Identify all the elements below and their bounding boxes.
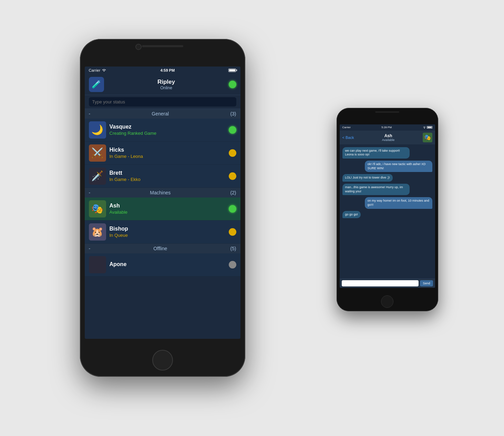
large-phone-screen: Carrier 4:59 PM 🧪 <box>85 67 240 339</box>
message-bubble-1: ok! i'll adc, i have new tactic with ash… <box>365 161 432 172</box>
chat-time: 5:28 PM <box>381 126 392 129</box>
online-indicator[interactable] <box>229 81 236 88</box>
brett-info: Brett In Game - Ekko <box>110 170 225 182</box>
battery-fill <box>229 69 235 71</box>
section-machines-count: (2) <box>230 190 236 195</box>
bishop-status: In Queue <box>110 233 225 238</box>
vasquez-avatar: 🌙 <box>89 121 106 139</box>
app-header: 🧪 Ripley Online <box>85 74 240 95</box>
chat-contact-avatar: 🎭 <box>423 133 432 142</box>
user-avatar-emoji: 🧪 <box>92 80 101 89</box>
ash-info: Ash Available <box>110 203 225 215</box>
carrier-label: Carrier <box>89 68 101 72</box>
chat-text-input[interactable] <box>342 280 419 286</box>
section-offline-header: - Offline (5) <box>85 244 240 253</box>
brett-name: Brett <box>110 170 225 176</box>
ash-avatar: 🎭 <box>89 200 106 217</box>
status-input[interactable] <box>89 97 236 107</box>
hicks-status: In Game - Leona <box>110 154 225 159</box>
hicks-status-dot <box>229 149 236 157</box>
wifi-icon <box>102 69 106 72</box>
friend-item-bishop[interactable]: 🐹 Bishop In Queue <box>85 221 240 244</box>
user-avatar: 🧪 <box>89 77 104 92</box>
friend-item-hicks[interactable]: ⚔️ Hicks In Game - Leona <box>85 142 240 165</box>
scene: Carrier 4:59 PM 🧪 <box>63 29 442 408</box>
message-row-0: we can play next game, i'll take support… <box>342 147 432 159</box>
message-row-5: go go go! <box>342 211 432 219</box>
message-row-3: man...this game is awesome! Hurry up, im… <box>342 184 432 195</box>
vasquez-name: Vasquez <box>110 124 225 130</box>
user-online-status: Online <box>107 85 225 90</box>
brett-status: In Game - Ekko <box>110 177 225 182</box>
chat-send-button[interactable]: Send <box>420 280 433 286</box>
hicks-avatar: ⚔️ <box>89 144 106 162</box>
small-phone-screen: Carrier 5:28 PM < Back Ash <box>340 124 435 288</box>
chat-header-info: Ash Available <box>356 133 420 142</box>
user-name: Ripley <box>107 79 225 85</box>
section-offline-count: (5) <box>230 246 236 251</box>
message-row-4: on my way home! im on foot, 10 minutes a… <box>342 197 432 209</box>
vasquez-status: Creating Ranked Game <box>110 131 225 136</box>
chat-input-bar: Send <box>340 278 435 288</box>
brett-status-dot <box>229 172 236 180</box>
ash-status-dot <box>229 205 236 213</box>
header-info: Ripley Online <box>107 79 225 90</box>
chat-contact-status: Available <box>356 138 420 142</box>
friend-item-ash[interactable]: 🎭 Ash Available <box>85 197 240 221</box>
message-bubble-4: on my way home! im on foot, 10 minutes a… <box>365 197 432 209</box>
message-bubble-0: we can play next game, i'll take support… <box>342 147 410 159</box>
section-offline-label: Offline <box>90 246 230 251</box>
section-machines-header: - Machines (2) <box>85 188 240 197</box>
message-row-2: LOL! Just try not to tower dive ;)! <box>342 174 432 182</box>
section-general-count: (3) <box>230 111 236 116</box>
hicks-info: Hicks In Game - Leona <box>110 147 225 159</box>
bishop-avatar: 🐹 <box>89 223 106 241</box>
vasquez-info: Vasquez Creating Ranked Game <box>110 124 225 136</box>
chat-back-button[interactable]: < Back <box>342 135 354 140</box>
section-machines-label: Machines <box>90 190 230 195</box>
bishop-name: Bishop <box>110 226 225 232</box>
chat-header: < Back Ash Available 🎭 <box>340 131 435 144</box>
chat-wifi-icon <box>423 126 426 129</box>
apone-avatar <box>89 256 106 273</box>
bishop-info: Bishop In Queue <box>110 226 225 238</box>
section-general-label: General <box>90 111 230 116</box>
large-phone: Carrier 4:59 PM 🧪 <box>80 39 245 377</box>
bishop-status-dot <box>229 228 236 236</box>
ash-status: Available <box>110 210 225 215</box>
ash-name: Ash <box>110 203 225 209</box>
status-bar-left: Carrier <box>89 68 107 72</box>
message-bubble-2: LOL! Just try not to tower dive ;)! <box>342 174 393 182</box>
messages-container: we can play next game, i'll take support… <box>340 144 435 278</box>
message-bubble-3: man...this game is awesome! Hurry up, im… <box>342 184 410 195</box>
status-bar: Carrier 4:59 PM <box>85 67 240 74</box>
small-phone-home-button[interactable] <box>381 295 393 308</box>
status-input-bar <box>85 95 240 109</box>
message-bubble-5: go go go! <box>342 211 361 219</box>
chat-status-bar: Carrier 5:28 PM <box>340 124 435 131</box>
small-phone: Carrier 5:28 PM < Back Ash <box>337 108 438 311</box>
friend-item-vasquez[interactable]: 🌙 Vasquez Creating Ranked Game <box>85 119 240 142</box>
message-row-1: ok! i'll adc, i have new tactic with ash… <box>342 161 432 172</box>
chat-carrier: Carrier <box>342 126 351 129</box>
svg-point-0 <box>424 128 425 129</box>
hicks-name: Hicks <box>110 147 225 153</box>
section-general-header: - General (3) <box>85 109 240 119</box>
brett-avatar: 🗡️ <box>89 168 106 185</box>
status-bar-time: 4:59 PM <box>161 68 175 72</box>
vasquez-status-dot <box>229 126 236 134</box>
chat-avatar-emoji: 🎭 <box>424 134 431 141</box>
chat-contact-name: Ash <box>356 133 420 138</box>
large-phone-home-button[interactable] <box>152 350 173 371</box>
battery-icon <box>228 69 236 72</box>
apone-info: Apone <box>110 261 225 268</box>
friend-item-brett[interactable]: 🗡️ Brett In Game - Ekko <box>85 165 240 188</box>
chat-battery <box>427 126 432 129</box>
friend-item-apone[interactable]: Apone <box>85 253 240 276</box>
status-bar-right <box>228 69 236 72</box>
apone-name: Apone <box>110 261 225 267</box>
apone-status-dot <box>229 261 236 268</box>
